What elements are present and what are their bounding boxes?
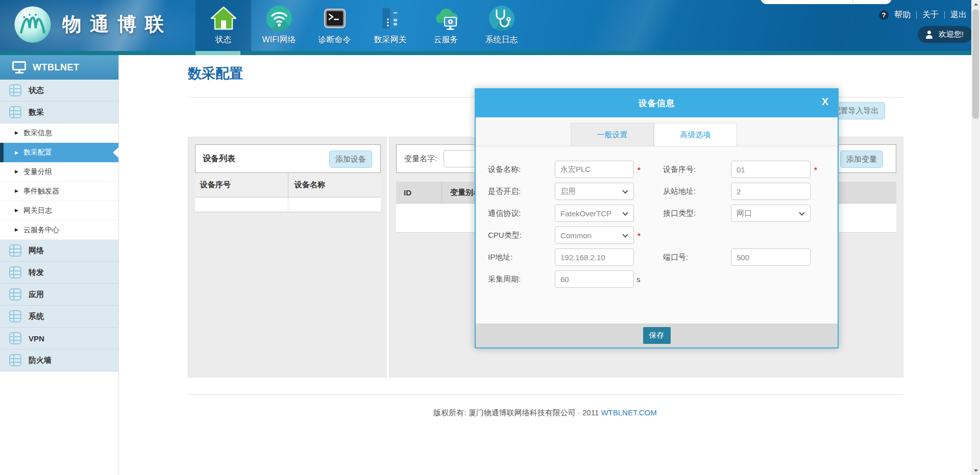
nav-item-syslog[interactable]: 系统日志 [474, 0, 529, 51]
nav-label: 诊断命令 [318, 35, 351, 45]
sidebar-title: WTBLNET [33, 62, 79, 73]
ip-address-group: IP地址: [488, 248, 634, 266]
cpu-type-select[interactable]: Common [555, 227, 634, 244]
about-link[interactable]: 关于 [922, 10, 939, 20]
slave-address-field[interactable] [731, 183, 811, 200]
nav-item-cloud[interactable]: 云服务 [418, 0, 474, 51]
logout-link[interactable]: 退出 [950, 10, 967, 20]
sidebar-subitem-collection-config[interactable]: 数采配置 [0, 143, 118, 162]
sidebar-subitem-gateway-log[interactable]: 网关日志 [0, 201, 118, 220]
column-device-number: 设备序号 [195, 180, 288, 190]
chevron-down-icon [622, 188, 628, 193]
device-list-title: 设备列表 [203, 154, 235, 164]
add-variable-button[interactable]: 添加变量 [840, 151, 883, 168]
nav-label: 状态 [215, 35, 232, 45]
sidebar-item-label: 网关日志 [23, 206, 52, 215]
nav-label: 数采网关 [374, 35, 407, 45]
device-table-empty-row [195, 197, 381, 212]
device-number-group: 设备序号: [663, 161, 817, 178]
device-name-label: 设备名称: [488, 165, 555, 174]
interface-type-label: 接口类型: [663, 209, 731, 218]
header-bottom-strip [0, 51, 980, 55]
sidebar-item-label: 状态 [29, 86, 44, 95]
terminal-icon [321, 5, 349, 32]
collection-period-field[interactable] [555, 270, 634, 288]
server-icon [377, 5, 404, 32]
form-row: 通信协议: FatekOverTCP 接口类型: 网口 [476, 205, 838, 227]
sidebar-item-network[interactable]: 网络 [0, 240, 118, 262]
brand-name: 物通博联 [62, 12, 173, 37]
sidebar: WTBLNET 状态 数采 数采信息 数采配置 变量分组 事件触发器 网关日志 [0, 55, 119, 475]
close-icon[interactable]: X [822, 96, 828, 107]
chevron-down-icon [622, 232, 628, 237]
help-link[interactable]: 帮助 [894, 10, 911, 20]
device-number-field[interactable] [731, 161, 811, 178]
search-box-partial[interactable] [761, 0, 892, 4]
sidebar-item-firewall[interactable]: 防火墙 [0, 349, 118, 371]
sidebar-subitem-event-trigger[interactable]: 事件触发器 [0, 182, 118, 201]
tab-general-settings[interactable]: 一般设置 [571, 123, 654, 146]
chevron-down-icon [622, 210, 628, 215]
nav-item-diagnostics[interactable]: 诊断命令 [307, 0, 362, 51]
interface-type-select[interactable]: 网口 [731, 205, 811, 222]
wtblnet-link[interactable]: WTBLNET.COM [601, 408, 656, 417]
nav-item-gateway[interactable]: 数采网关 [362, 0, 418, 51]
tab-advanced-options[interactable]: 高级选项 [654, 123, 737, 146]
sidebar-item-application[interactable]: 应用 [0, 284, 118, 306]
sidebar-subitem-cloud-center[interactable]: 云服务中心 [0, 220, 118, 240]
enabled-select[interactable]: 启用 [555, 183, 634, 200]
sidebar-item-label: 应用 [29, 290, 44, 299]
nav-item-wifi[interactable]: WIFI网络 [251, 0, 307, 51]
list-grid-icon [9, 332, 21, 344]
ip-address-field[interactable] [555, 248, 634, 266]
add-device-button[interactable]: 添加设备 [329, 151, 372, 168]
dialog-title: 设备信息 [639, 97, 675, 109]
port-field[interactable] [731, 248, 811, 266]
sidebar-subitem-variable-group[interactable]: 变量分组 [0, 162, 118, 182]
device-table-header: 设备序号 设备名称 [195, 173, 381, 197]
cpu-type-label: CPU类型: [488, 231, 555, 240]
welcome-text: 欢迎您! [939, 30, 964, 39]
sidebar-item-forwarding[interactable]: 转发 [0, 262, 118, 284]
sidebar-item-data-collection[interactable]: 数采 [0, 102, 118, 123]
form-row: IP地址: 端口号: [476, 248, 838, 270]
arrow-right-icon [15, 208, 18, 213]
dialog-footer: 保存 [476, 323, 838, 347]
app-root: 物通博联 状态 WIFI网络 [0, 0, 980, 475]
form-row: 是否开启: 启用 从站地址: [476, 183, 838, 205]
nav-label: 系统日志 [485, 35, 518, 45]
top-navigation: 状态 WIFI网络 [195, 0, 529, 51]
enabled-label: 是否开启: [488, 187, 555, 196]
save-button[interactable]: 保存 [643, 327, 671, 344]
sidebar-item-status[interactable]: 状态 [0, 80, 118, 102]
scrollbar-thumb[interactable] [972, 9, 979, 119]
cpu-type-group: CPU类型: Common [488, 227, 641, 244]
sidebar-item-vpn[interactable]: VPN [0, 328, 118, 349]
dialog-header: 设备信息 X [476, 89, 838, 117]
vertical-scrollbar[interactable] [971, 0, 980, 475]
device-form: 设备名称: 设备序号: 是否开启: 启用 从站地址: [476, 146, 838, 292]
sidebar-item-system[interactable]: 系统 [0, 306, 118, 328]
scroll-down-arrow[interactable] [971, 466, 980, 475]
sidebar-subitem-collection-info[interactable]: 数采信息 [0, 123, 118, 143]
sidebar-item-label: 数采配置 [23, 148, 52, 157]
nav-item-status[interactable]: 状态 [195, 0, 251, 51]
footer-divider [188, 394, 903, 395]
list-grid-icon [9, 354, 21, 366]
sidebar-item-label: 防火墙 [29, 356, 52, 365]
selected-value: FatekOverTCP [560, 209, 611, 218]
protocol-select[interactable]: FatekOverTCP [555, 205, 634, 222]
sidebar-item-label: 转发 [29, 268, 44, 278]
dialog-tabs: 一般设置 高级选项 [476, 117, 838, 146]
nav-label: 云服务 [434, 35, 458, 45]
slave-address-label: 从站地址: [663, 187, 731, 196]
device-name-field[interactable] [555, 161, 634, 178]
selected-value: 启用 [560, 187, 576, 196]
list-grid-icon [9, 310, 21, 322]
welcome-badge[interactable]: 欢迎您! [918, 26, 972, 43]
arrow-right-icon [15, 228, 18, 232]
scroll-up-arrow[interactable] [971, 0, 980, 9]
sidebar-item-label: 数采信息 [23, 129, 52, 138]
chevron-down-icon [799, 210, 804, 215]
arrow-right-icon [15, 189, 18, 193]
